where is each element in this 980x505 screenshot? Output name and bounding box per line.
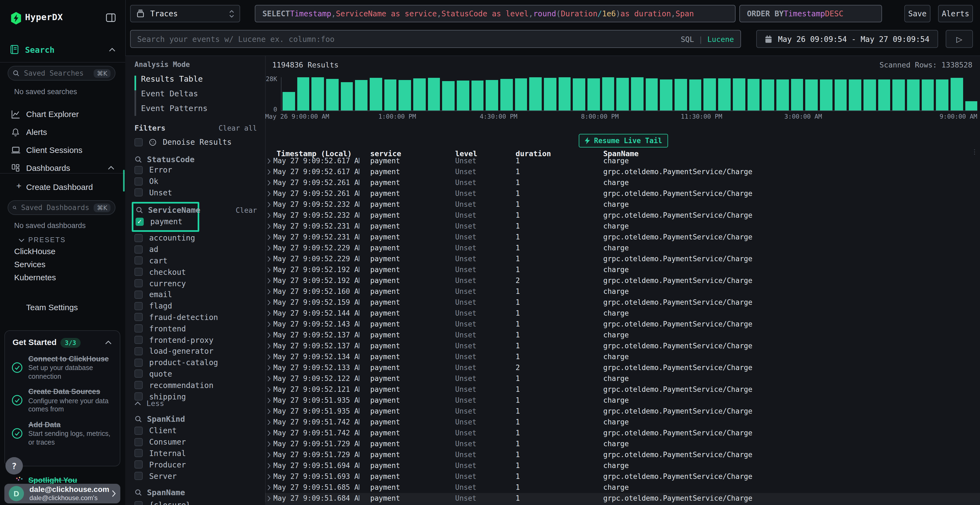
search-input[interactable]: Search your events w/ Lucene ex. column:… bbox=[130, 30, 741, 48]
clear-all-filters-link[interactable]: Clear all bbox=[211, 124, 257, 132]
histogram-bar[interactable] bbox=[704, 78, 716, 110]
alerts-button[interactable]: Alerts bbox=[938, 5, 973, 22]
get-started-item[interactable]: Create Data SourcesConfigure where your … bbox=[5, 387, 120, 414]
filter-option[interactable]: Producer bbox=[130, 459, 265, 470]
drag-handle-icon[interactable]: ⋮ bbox=[971, 148, 978, 156]
filter-option[interactable]: currency bbox=[130, 278, 265, 289]
histogram-bar[interactable] bbox=[791, 79, 803, 110]
sql-orderby-input[interactable]: ORDER BY Timestamp DESC bbox=[739, 5, 882, 22]
histogram-bar[interactable] bbox=[864, 79, 876, 110]
histogram-bar[interactable] bbox=[733, 78, 745, 110]
table-row[interactable]: May 27 9:09:52.192 AM payment Unset 1 ch… bbox=[265, 264, 980, 275]
preset-item-clickhouse[interactable]: ClickHouse bbox=[14, 246, 56, 256]
expand-row-chevron-icon[interactable] bbox=[265, 461, 273, 471]
filter-option[interactable]: accounting bbox=[130, 232, 265, 244]
histogram-bar[interactable] bbox=[413, 78, 425, 110]
histogram-bar[interactable] bbox=[587, 78, 600, 110]
filter-option[interactable]: Consumer bbox=[130, 437, 265, 448]
expand-row-chevron-icon[interactable] bbox=[265, 471, 273, 482]
histogram-bar[interactable] bbox=[399, 80, 411, 110]
histogram-bar[interactable] bbox=[283, 92, 295, 110]
expand-row-chevron-icon[interactable] bbox=[265, 199, 273, 210]
create-dashboard-button[interactable]: Create Dashboard bbox=[26, 182, 93, 192]
expand-row-chevron-icon[interactable] bbox=[265, 438, 273, 449]
table-row[interactable]: May 27 9:09:52.137 AM payment Unset 1 gr… bbox=[265, 341, 980, 351]
expand-row-chevron-icon[interactable] bbox=[265, 482, 273, 493]
histogram-bar[interactable] bbox=[907, 80, 919, 110]
filter-option[interactable]: Ok bbox=[130, 176, 265, 187]
histogram-bar[interactable] bbox=[297, 78, 309, 110]
checkbox-icon[interactable] bbox=[134, 461, 143, 469]
table-row[interactable]: May 27 9:09:52.122 AM payment Unset 1 ch… bbox=[265, 373, 980, 384]
table-row[interactable]: May 27 9:09:52.192 AM payment Unset 2 gr… bbox=[265, 275, 980, 286]
histogram-bar[interactable] bbox=[486, 80, 498, 110]
expand-row-chevron-icon[interactable] bbox=[265, 351, 273, 362]
checkbox-checked-icon[interactable] bbox=[135, 218, 144, 226]
histogram-bar[interactable] bbox=[471, 81, 484, 110]
table-row[interactable]: May 27 9:09:52.133 AM payment Unset 2 gr… bbox=[265, 362, 980, 373]
expand-row-chevron-icon[interactable] bbox=[265, 243, 273, 254]
search-icon[interactable] bbox=[135, 206, 143, 214]
filter-option[interactable]: {closure} bbox=[130, 500, 265, 505]
table-row[interactable]: May 27 9:09:52.617 AM payment Unset 1 ch… bbox=[265, 156, 980, 167]
date-range-picker[interactable]: May 26 09:09:54 - May 27 09:09:54 bbox=[756, 30, 938, 48]
help-button[interactable]: ? bbox=[5, 457, 23, 475]
filter-option[interactable]: Unset bbox=[130, 187, 265, 199]
source-selector[interactable]: Traces bbox=[130, 5, 240, 22]
expand-row-chevron-icon[interactable] bbox=[265, 210, 273, 221]
expand-row-chevron-icon[interactable] bbox=[265, 319, 273, 330]
histogram-bar[interactable] bbox=[820, 80, 832, 110]
table-row[interactable]: May 27 9:09:52.134 AM payment Unset 1 ch… bbox=[265, 351, 980, 362]
chevron-down-icon[interactable] bbox=[19, 238, 24, 242]
sidebar-item-search[interactable]: Search bbox=[25, 45, 54, 55]
filter-option[interactable]: recommendation bbox=[130, 380, 265, 391]
checkbox-icon[interactable] bbox=[134, 177, 143, 185]
expand-row-chevron-icon[interactable] bbox=[265, 264, 273, 275]
table-row[interactable]: May 27 9:09:51.693 AM payment Unset 1 gr… bbox=[265, 471, 980, 482]
histogram-bar[interactable] bbox=[965, 101, 977, 110]
histogram-bar[interactable] bbox=[340, 82, 353, 110]
checkbox-icon[interactable] bbox=[134, 313, 143, 321]
filter-option[interactable]: frontend-proxy bbox=[130, 334, 265, 346]
expand-row-chevron-icon[interactable] bbox=[265, 156, 273, 167]
chevron-up-icon[interactable] bbox=[105, 341, 111, 345]
expand-row-chevron-icon[interactable] bbox=[265, 449, 273, 461]
filter-option[interactable]: flagd bbox=[130, 300, 265, 312]
checkbox-icon[interactable] bbox=[134, 189, 143, 197]
mode-sql-toggle[interactable]: SQL bbox=[681, 35, 694, 43]
table-row[interactable]: May 27 9:09:51.742 AM payment Unset 1 ch… bbox=[265, 417, 980, 428]
sidebar-item-chart-explorer[interactable]: Chart Explorer bbox=[0, 105, 125, 123]
expand-row-chevron-icon[interactable] bbox=[265, 188, 273, 199]
histogram-bar[interactable] bbox=[530, 78, 542, 110]
expand-row-chevron-icon[interactable] bbox=[265, 308, 273, 319]
checkbox-icon[interactable] bbox=[134, 358, 143, 367]
table-row[interactable]: May 27 9:09:52.232 AM payment Unset 1 gr… bbox=[265, 210, 980, 221]
search-icon[interactable] bbox=[134, 415, 142, 423]
table-row[interactable]: May 27 9:09:52.231 AM payment Unset 1 gr… bbox=[265, 232, 980, 243]
saved-searches-input[interactable]: Saved Searches ⌘K bbox=[8, 66, 115, 81]
histogram-bar[interactable] bbox=[558, 77, 571, 110]
checkbox-icon[interactable] bbox=[134, 449, 143, 457]
table-row[interactable]: May 27 9:09:52.232 AM payment Unset 1 ch… bbox=[265, 199, 980, 210]
expand-row-chevron-icon[interactable] bbox=[265, 254, 273, 264]
table-row[interactable]: May 27 9:09:52.229 AM payment Unset 1 ch… bbox=[265, 243, 980, 254]
table-row[interactable]: May 27 9:09:52.159 AM payment Unset 1 gr… bbox=[265, 297, 980, 308]
horizontal-scrollbar[interactable] bbox=[265, 502, 980, 505]
saved-dashboards-input[interactable]: Saved Dashboards ⌘K bbox=[8, 200, 115, 215]
checkbox-icon[interactable] bbox=[134, 257, 143, 265]
histogram-bar[interactable] bbox=[805, 79, 818, 110]
table-row[interactable]: May 27 9:09:52.144 AM payment Unset 1 ch… bbox=[265, 308, 980, 319]
histogram-bar[interactable] bbox=[936, 79, 948, 110]
table-row[interactable]: May 27 9:09:51.935 AM payment Unset 1 gr… bbox=[265, 406, 980, 417]
checkbox-icon[interactable] bbox=[134, 347, 143, 355]
table-row[interactable]: May 27 9:09:52.121 AM payment Unset 1 gr… bbox=[265, 384, 980, 395]
filter-option[interactable]: load-generator bbox=[130, 346, 265, 357]
results-histogram[interactable] bbox=[281, 77, 977, 111]
collapse-sidebar-icon[interactable] bbox=[106, 13, 116, 22]
expand-row-chevron-icon[interactable] bbox=[265, 384, 273, 395]
presets-header[interactable]: PRESETS bbox=[28, 236, 66, 244]
histogram-bar[interactable] bbox=[631, 78, 643, 110]
expand-row-chevron-icon[interactable] bbox=[265, 406, 273, 417]
expand-row-chevron-icon[interactable] bbox=[265, 395, 273, 406]
get-started-item[interactable]: Connect to ClickHouseSet up your databas… bbox=[5, 354, 120, 381]
